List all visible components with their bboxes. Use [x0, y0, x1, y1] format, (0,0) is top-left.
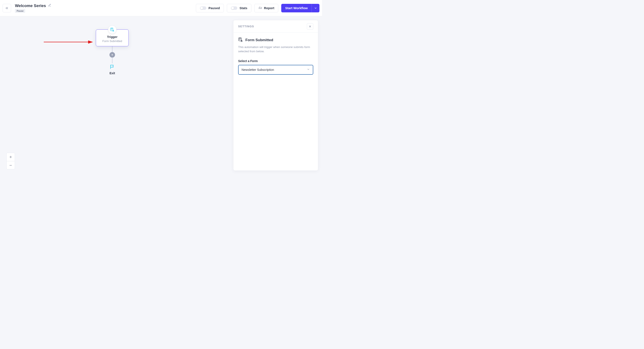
- form-select-label: Select a Form: [238, 59, 313, 63]
- chevrons-left-icon: [5, 6, 9, 10]
- trigger-node[interactable]: Trigger Form Submitted: [96, 30, 129, 46]
- connector-line: [112, 58, 112, 63]
- svg-point-3: [113, 30, 114, 31]
- flag-icon: [110, 64, 115, 70]
- annotation-arrow-left: [44, 40, 95, 44]
- top-bar-actions: Paused Stats Report Start Workflow: [196, 4, 320, 12]
- start-workflow-button[interactable]: Start Workflow: [281, 4, 312, 12]
- exit-label: Exit: [110, 72, 115, 75]
- toggle-switch-icon: [200, 6, 206, 10]
- back-button[interactable]: [2, 4, 11, 12]
- connector-line: [112, 46, 112, 52]
- stats-toggle-button[interactable]: Stats: [227, 4, 251, 12]
- zoom-controls: [6, 153, 15, 170]
- plus-icon: [9, 155, 12, 159]
- trigger-node-title: Trigger: [98, 35, 126, 38]
- x-icon: [308, 25, 312, 28]
- workflow-canvas[interactable]: Trigger Form Submitted Exit SETTINGS: [0, 16, 322, 174]
- form-select-value: Newsletter Subscription: [242, 68, 274, 72]
- form-select-dropdown[interactable]: Newsletter Subscription: [238, 65, 313, 75]
- start-workflow-split-button: Start Workflow: [281, 4, 320, 12]
- exit-node: Exit: [110, 64, 115, 75]
- settings-panel-title: SETTINGS: [238, 25, 254, 28]
- close-settings-button[interactable]: [307, 23, 313, 30]
- plus-icon: [111, 54, 114, 56]
- zoom-out-button[interactable]: [6, 161, 15, 169]
- start-workflow-label: Start Workflow: [285, 6, 308, 10]
- edit-title-button[interactable]: [48, 4, 51, 8]
- add-step-button[interactable]: [110, 52, 115, 58]
- status-badge: Pause: [15, 9, 25, 13]
- paused-toggle-button[interactable]: Paused: [196, 4, 224, 12]
- settings-panel-body: Form Submitted This automation will trig…: [234, 33, 318, 79]
- settings-panel-header: SETTINGS: [234, 20, 318, 33]
- chevron-down-icon: [307, 68, 310, 72]
- pencil-icon: [48, 4, 51, 7]
- settings-panel: SETTINGS Form Submitted This autom: [233, 20, 318, 171]
- form-user-icon: [110, 28, 114, 32]
- chevron-down-icon: [314, 6, 317, 10]
- minus-icon: [9, 164, 12, 167]
- bar-chart-icon: [258, 6, 262, 10]
- stats-label: Stats: [240, 6, 247, 10]
- zoom-in-button[interactable]: [6, 153, 15, 161]
- toggle-switch-icon: [231, 6, 237, 10]
- workflow-title: Welcome Series: [15, 4, 46, 8]
- form-user-icon: [238, 37, 243, 43]
- settings-section-heading: Form Submitted: [246, 38, 273, 42]
- report-label: Report: [264, 6, 274, 10]
- top-bar: Welcome Series Pause Paused Stats Report…: [0, 0, 322, 16]
- workflow-node-column: Trigger Form Submitted Exit: [96, 30, 129, 75]
- trigger-node-subtitle: Form Submitted: [98, 40, 126, 43]
- report-button[interactable]: Report: [254, 4, 278, 12]
- paused-label: Paused: [208, 6, 220, 10]
- svg-point-13: [241, 40, 242, 41]
- start-workflow-dropdown[interactable]: [312, 4, 320, 12]
- trigger-node-icon-circle: [108, 26, 116, 34]
- settings-section-description: This automation will trigger when someon…: [238, 45, 313, 54]
- settings-section-row: Form Submitted: [238, 37, 313, 43]
- title-block: Welcome Series Pause: [15, 4, 51, 13]
